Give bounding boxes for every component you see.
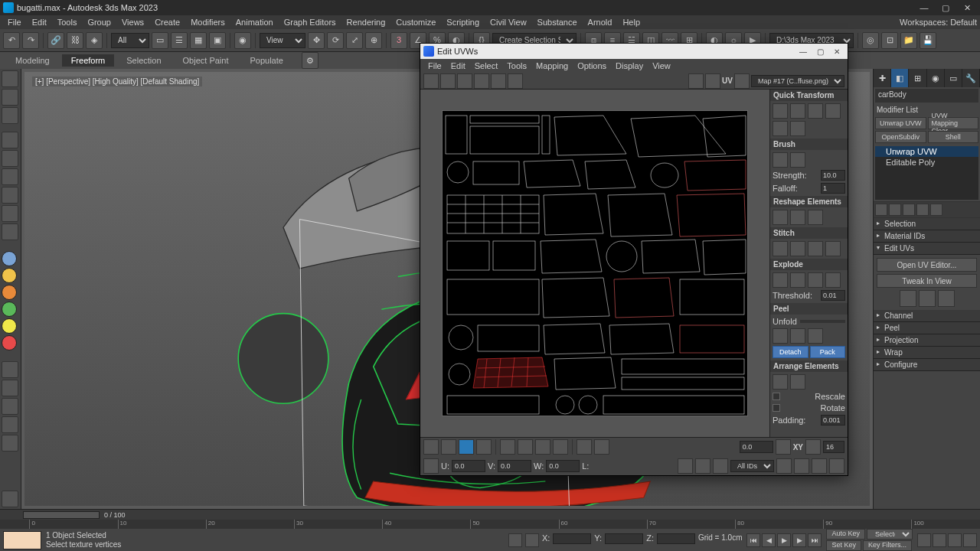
uv-menu-display[interactable]: Display — [611, 60, 648, 72]
menu-substance[interactable]: Substance — [533, 16, 582, 28]
menu-civil-view[interactable]: Civil View — [485, 16, 531, 28]
scale-button[interactable]: ⤢ — [346, 32, 363, 49]
modifier-stack[interactable]: Unwrap UVW Editable Poly — [875, 146, 978, 200]
snap-toggle-button[interactable]: 3 — [390, 32, 407, 49]
set-frame-button[interactable]: ⊡ — [881, 32, 898, 49]
cp-tab-create[interactable]: ✚ — [874, 69, 891, 87]
uv-w-input[interactable] — [546, 460, 580, 472]
uv-zoom-button[interactable] — [794, 458, 809, 474]
section-wrap[interactable]: Wrap — [874, 347, 980, 359]
uv-space-v-button[interactable] — [825, 103, 841, 119]
uv-rescale-check[interactable] — [773, 393, 780, 400]
undo-button[interactable]: ↶ — [3, 32, 20, 49]
uv-sub-element[interactable] — [476, 439, 492, 455]
open-uv-editor-button[interactable]: Open UV Editor... — [877, 258, 977, 272]
uv-menu-select[interactable]: Select — [470, 60, 503, 72]
selection-region-button[interactable]: ▦ — [190, 32, 207, 49]
viewport-zoom-button[interactable] — [933, 533, 946, 547]
selection-lock-toggle[interactable] — [525, 533, 539, 547]
section-material-ids[interactable]: Material IDs — [874, 230, 980, 243]
quick-cyl-button[interactable] — [938, 290, 955, 307]
uv-threshold-input[interactable] — [821, 290, 845, 301]
save-file-button[interactable]: 💾 — [920, 32, 936, 49]
cp-tab-modify[interactable]: ◧ — [891, 69, 909, 87]
uv-stitch-hdr[interactable]: Stitch — [770, 227, 848, 239]
uv-options-button[interactable] — [423, 458, 439, 474]
z-coord-input[interactable] — [657, 533, 695, 544]
uv-stitch-avg-button[interactable] — [790, 241, 805, 256]
menu-edit[interactable]: Edit — [28, 16, 51, 28]
uv-quick-transform-hdr[interactable]: Quick Transform — [770, 90, 848, 101]
uv-menu-tools[interactable]: Tools — [502, 60, 531, 72]
tweak-in-view-button[interactable]: Tweak In View — [877, 274, 977, 288]
cp-tab-display[interactable]: ▭ — [945, 69, 962, 87]
ribbon-options[interactable]: ⚙ — [302, 52, 318, 69]
uv-freeform-button[interactable] — [474, 73, 489, 89]
uv-zoom-region-button[interactable] — [829, 458, 844, 474]
layer-explorer-button[interactable] — [2, 107, 18, 124]
uv-space-h-button[interactable] — [808, 103, 823, 119]
rotate-button[interactable]: ⟳ — [327, 32, 344, 49]
goto-end-button[interactable]: ⏭ — [808, 533, 822, 547]
uv-falloff-input[interactable] — [821, 183, 845, 194]
uv-brush-hdr[interactable]: Brush — [770, 139, 848, 150]
uv-peel1-button[interactable] — [773, 328, 788, 344]
uv-loop[interactable] — [577, 439, 592, 455]
menu-file[interactable]: File — [3, 16, 26, 28]
viewport-nav-button[interactable] — [2, 491, 18, 507]
uv-rotate-check[interactable] — [773, 404, 780, 412]
key-filter-select[interactable]: Selected — [867, 529, 913, 540]
selection-filter-select[interactable]: All — [111, 33, 149, 48]
select-by-name-button[interactable]: ☰ — [171, 32, 188, 49]
uv-peel2-button[interactable] — [790, 328, 805, 344]
uv-padding-input[interactable] — [821, 415, 845, 425]
ribbon-freeform[interactable]: Freeform — [62, 54, 115, 67]
uv-arrange2-button[interactable] — [790, 374, 805, 390]
box-button[interactable] — [2, 361, 18, 378]
make-unique-button[interactable] — [903, 204, 915, 216]
section-peel[interactable]: Peel — [874, 322, 980, 334]
uv-brush-paint-button[interactable] — [773, 152, 788, 168]
sphere-button[interactable] — [2, 398, 18, 415]
uv-pack-button[interactable]: Pack — [810, 346, 846, 358]
uv-rot-button[interactable] — [776, 439, 791, 455]
window-crossing-button[interactable]: ▣ — [209, 32, 226, 49]
uv-menu-view[interactable]: View — [648, 60, 675, 72]
quick-btn-uvw-clear[interactable]: UVW Mapping Clear — [928, 117, 979, 129]
uv-zoom-extents-button[interactable] — [812, 458, 827, 474]
uv-align-h-button[interactable] — [773, 103, 788, 119]
open-file-button[interactable]: 📁 — [900, 32, 917, 49]
display-panel-button[interactable] — [2, 205, 18, 222]
uv-paint-sel[interactable] — [518, 439, 533, 455]
uv-map-select[interactable]: Map #17 (C..ffuse.png) — [751, 75, 844, 87]
placement-button[interactable]: ⊕ — [365, 32, 382, 49]
uv-pan-button[interactable] — [776, 458, 792, 474]
next-frame-button[interactable]: ▶ — [792, 533, 806, 547]
time-slider[interactable] — [23, 511, 100, 519]
select-manipulate-button[interactable]: ◉ — [234, 32, 251, 49]
play-button[interactable]: ▶ — [777, 533, 791, 547]
uv-menu-options[interactable]: Options — [573, 60, 611, 72]
color-blue[interactable] — [2, 251, 17, 266]
quick-btn-shell[interactable]: Shell — [928, 131, 979, 143]
cp-tab-hierarchy[interactable]: ⊞ — [909, 69, 926, 87]
viewport-pan-button[interactable] — [917, 533, 931, 547]
menu-group[interactable]: Group — [83, 16, 116, 28]
uv-ring[interactable] — [594, 439, 609, 455]
viewport-maximize-button[interactable] — [963, 533, 977, 547]
uv-sub-face[interactable] — [459, 439, 474, 455]
uv-menu-edit[interactable]: Edit — [446, 60, 470, 72]
uv-rotate-button[interactable] — [440, 73, 456, 89]
uv-detach-button[interactable]: Detach — [773, 346, 808, 358]
uv-unfold-slider[interactable] — [800, 320, 845, 323]
uv-flatten-button[interactable] — [808, 210, 823, 225]
uv-checker-button[interactable] — [688, 73, 704, 89]
uv-explode-hdr[interactable]: Explode — [770, 259, 848, 270]
motion-panel-button[interactable] — [2, 187, 18, 204]
section-channel[interactable]: Channel — [874, 310, 980, 322]
menu-rendering[interactable]: Rendering — [342, 16, 390, 28]
uv-show-map-button[interactable] — [734, 73, 750, 89]
auto-key-button[interactable]: Auto Key — [826, 529, 865, 540]
uv-mirror-button[interactable] — [491, 73, 506, 89]
uv-arrange-hdr[interactable]: Arrange Elements — [770, 360, 848, 372]
